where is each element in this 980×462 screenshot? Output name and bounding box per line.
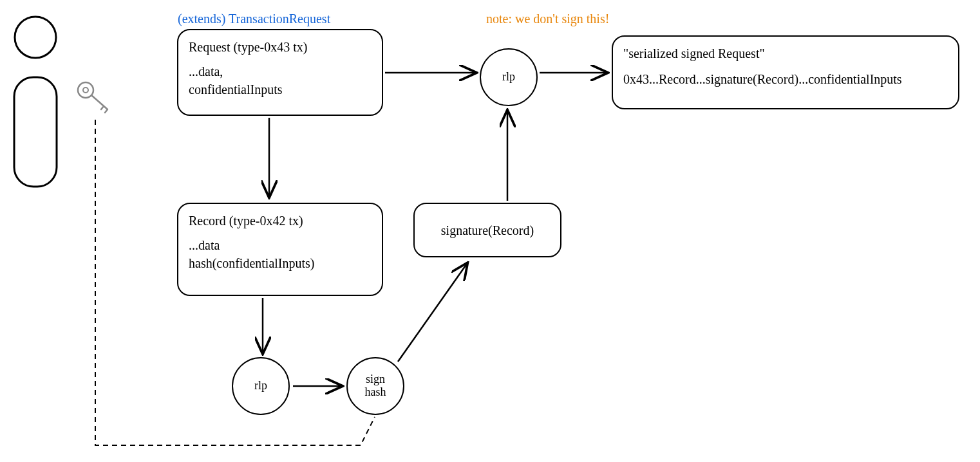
note-label: note: we don't sign this! xyxy=(486,12,609,26)
extends-label: (extends) TransactionRequest xyxy=(178,12,330,26)
signature-text: signature(Record) xyxy=(441,221,534,239)
rlp-bottom-text: rlp xyxy=(254,380,267,393)
result-box: "serialized signed Request" 0x43...Recor… xyxy=(612,35,959,109)
result-lines: 0x43...Record...signature(Record)...conf… xyxy=(623,70,948,88)
rlp-top-text: rlp xyxy=(502,71,515,84)
request-box: Request (type-0x43 tx) ...data, confiden… xyxy=(177,29,383,116)
svg-rect-1 xyxy=(14,77,57,187)
request-lines: ...data, confidentialInputs xyxy=(189,62,372,98)
signature-box: signature(Record) xyxy=(413,203,561,257)
key-icon xyxy=(74,77,116,119)
result-title: "serialized signed Request" xyxy=(623,44,948,62)
record-title: Record (type-0x42 tx) xyxy=(189,212,372,230)
svg-point-3 xyxy=(83,88,88,93)
signhash-circle: sign hash xyxy=(346,357,404,415)
rlp-top-circle: rlp xyxy=(480,48,538,106)
signhash-text: sign hash xyxy=(365,373,386,399)
user-icon xyxy=(6,13,64,193)
request-title: Request (type-0x43 tx) xyxy=(189,38,372,56)
record-lines: ...data hash(confidentialInputs) xyxy=(189,236,372,272)
svg-point-0 xyxy=(15,17,56,58)
rlp-bottom-circle: rlp xyxy=(232,357,290,415)
record-box: Record (type-0x42 tx) ...data hash(confi… xyxy=(177,203,383,296)
svg-line-9 xyxy=(398,264,467,362)
